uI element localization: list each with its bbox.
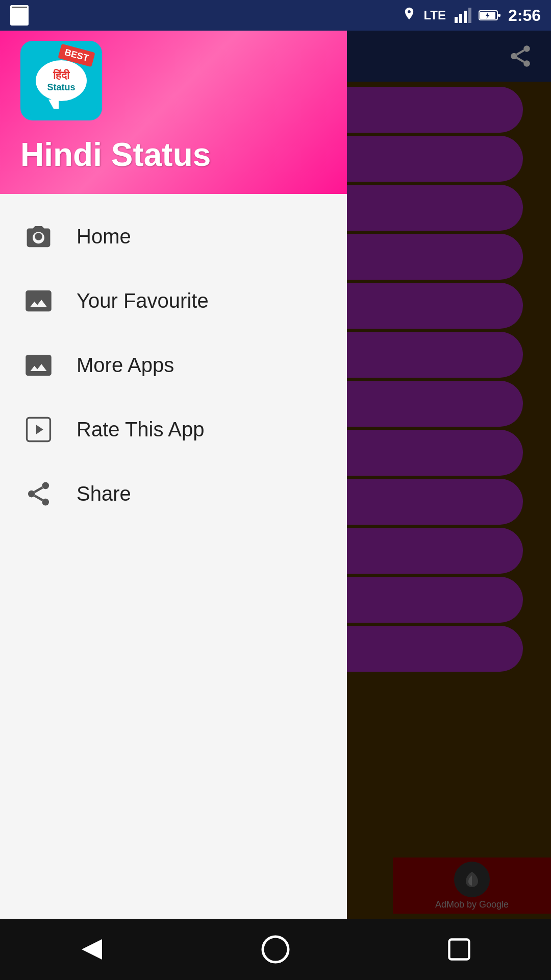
back-button[interactable]: [71, 929, 112, 970]
menu-item-share[interactable]: Share: [0, 461, 347, 526]
svg-rect-6: [498, 14, 500, 17]
svg-marker-19: [82, 939, 102, 960]
svg-rect-0: [455, 17, 458, 23]
svg-point-15: [28, 490, 35, 497]
svg-marker-13: [36, 425, 43, 434]
play-icon: [20, 411, 56, 447]
menu-item-favourite[interactable]: Your Favourite: [0, 268, 347, 333]
svg-rect-1: [459, 14, 462, 23]
menu-label-favourite: Your Favourite: [77, 289, 209, 312]
svg-rect-2: [464, 11, 467, 23]
svg-point-16: [42, 498, 49, 505]
recents-button[interactable]: [439, 929, 480, 970]
app-icon-hindi-text: हिंदी: [53, 69, 69, 82]
status-time: 2:56: [508, 6, 541, 25]
home-button[interactable]: [255, 929, 296, 970]
svg-line-17: [34, 495, 42, 500]
svg-rect-21: [449, 940, 469, 960]
menu-label-share: Share: [77, 482, 131, 505]
location-icon: [402, 6, 416, 24]
drawer-title: Hindi Status: [20, 136, 327, 174]
share-icon: [20, 476, 56, 511]
battery-icon: [479, 8, 501, 23]
app-icon: हिंदी Status BEST: [20, 41, 102, 120]
app-icon-status-text: Status: [47, 82, 75, 93]
status-bar: LTE 2:56: [0, 0, 551, 31]
svg-line-18: [34, 487, 42, 492]
signal-icon: [453, 6, 471, 24]
navigation-drawer: हिंदी Status BEST Hindi Status Home: [0, 0, 347, 980]
image-icon-more-apps: [20, 347, 56, 383]
drawer-menu: Home Your Favourite More Apps: [0, 194, 347, 980]
menu-item-home[interactable]: Home: [0, 204, 347, 268]
lte-icon: LTE: [423, 8, 446, 22]
svg-rect-3: [468, 8, 471, 23]
svg-point-14: [42, 482, 49, 489]
status-bar-right: LTE 2:56: [402, 6, 541, 25]
bottom-navigation-bar: [0, 919, 551, 980]
camera-icon: [20, 218, 56, 254]
menu-item-rate-app[interactable]: Rate This App: [0, 397, 347, 461]
menu-item-more-apps[interactable]: More Apps: [0, 333, 347, 397]
menu-label-more-apps: More Apps: [77, 354, 174, 377]
sd-card-icon: [10, 5, 29, 26]
menu-label-home: Home: [77, 225, 131, 248]
image-icon-favourite: [20, 283, 56, 318]
status-bar-left: [10, 5, 29, 26]
menu-label-rate-app: Rate This App: [77, 418, 205, 441]
svg-point-20: [263, 937, 288, 962]
